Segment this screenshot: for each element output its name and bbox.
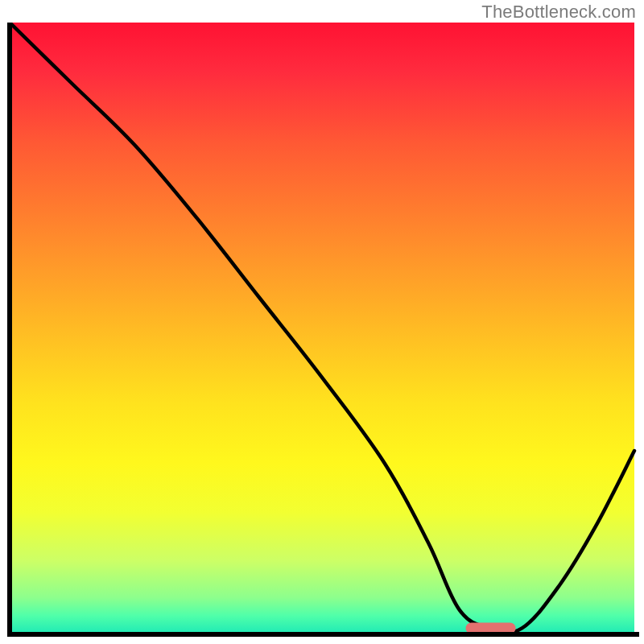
watermark-text: TheBottleneck.com <box>481 2 636 23</box>
chart-svg <box>5 23 639 639</box>
plot-area <box>5 23 639 639</box>
chart-container: TheBottleneck.com <box>0 0 644 644</box>
